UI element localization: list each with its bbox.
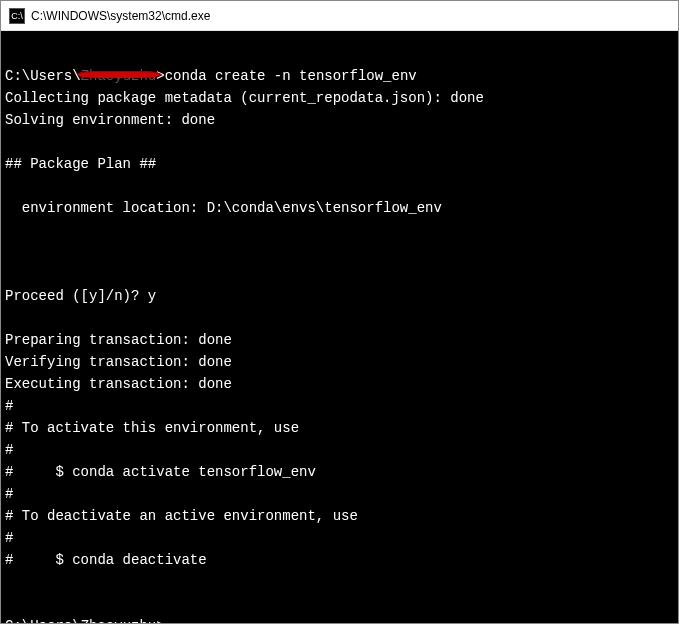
output-line: #	[5, 530, 13, 546]
prompt-prefix: C:\Users\	[5, 618, 81, 623]
terminal[interactable]: C:\Users\Zhaoyuzhu>conda create -n tenso…	[1, 31, 678, 623]
output-line: Executing transaction: done	[5, 376, 232, 392]
output-line: #	[5, 398, 13, 414]
command-text: conda create -n tensorflow_env	[165, 68, 417, 84]
prompt-username: Zhaoyuzhu	[81, 618, 157, 623]
output-line: Proceed ([y]/n)? y	[5, 288, 156, 304]
cmd-window: C:\ C:\WINDOWS\system32\cmd.exe C:\Users…	[0, 0, 679, 624]
titlebar[interactable]: C:\ C:\WINDOWS\system32\cmd.exe	[1, 1, 678, 31]
output-line: # To activate this environment, use	[5, 420, 299, 436]
output-line: Solving environment: done	[5, 112, 215, 128]
output-line: #	[5, 486, 13, 502]
output-line: Verifying transaction: done	[5, 354, 232, 370]
prompt-prefix: C:\Users\	[5, 68, 81, 84]
prompt-suffix: >	[156, 618, 164, 623]
output-line: Preparing transaction: done	[5, 332, 232, 348]
output-line: Collecting package metadata (current_rep…	[5, 90, 484, 106]
output-line: ## Package Plan ##	[5, 156, 156, 172]
output-line: #	[5, 442, 13, 458]
cmd-icon: C:\	[9, 8, 25, 24]
output-line: # $ conda activate tensorflow_env	[5, 464, 316, 480]
censored-username: Zhaoyuzhu	[81, 65, 157, 87]
output-line: # $ conda deactivate	[5, 552, 207, 568]
window-title: C:\WINDOWS\system32\cmd.exe	[31, 9, 210, 23]
output-line: # To deactivate an active environment, u…	[5, 508, 358, 524]
output-line: environment location: D:\conda\envs\tens…	[5, 200, 442, 216]
